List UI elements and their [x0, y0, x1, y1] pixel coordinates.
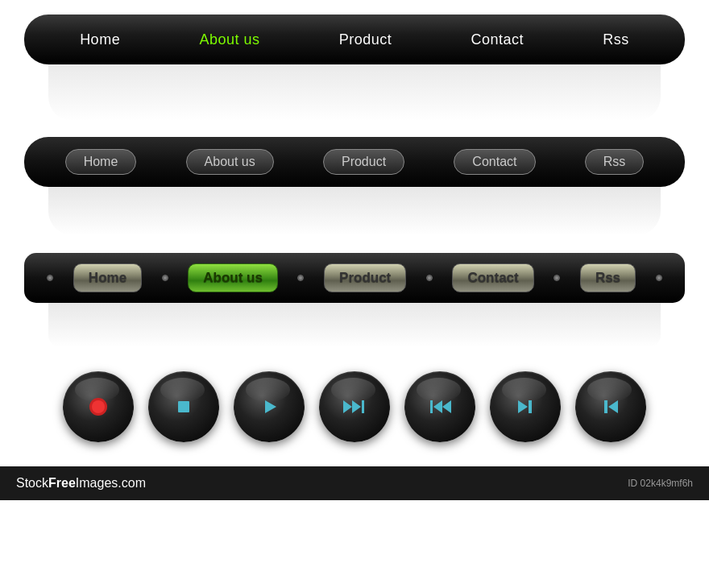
- nav3-section: Home About us Product Contact Rss: [0, 235, 709, 347]
- svg-rect-13: [604, 400, 607, 413]
- svg-point-1: [92, 400, 105, 413]
- navbar-2: Home About us Product Contact Rss: [24, 137, 685, 187]
- rewind-button[interactable]: [404, 371, 475, 442]
- svg-rect-11: [529, 400, 532, 413]
- nav3-sep-2: [297, 275, 304, 281]
- nav3-about[interactable]: About us: [188, 263, 278, 292]
- nav3-sep-4: [554, 275, 560, 281]
- svg-marker-5: [352, 400, 361, 413]
- fast-forward-button[interactable]: [319, 371, 390, 442]
- nav1-home[interactable]: Home: [64, 25, 136, 55]
- svg-marker-12: [608, 400, 618, 413]
- nav3-product[interactable]: Product: [324, 263, 406, 292]
- media-controls: [0, 347, 709, 458]
- svg-marker-10: [518, 400, 528, 413]
- nav2-section: Home About us Product Contact Rss: [0, 121, 709, 235]
- svg-marker-4: [343, 400, 352, 413]
- nav3-reflection: [48, 303, 661, 347]
- nav3-sep-3: [426, 275, 433, 281]
- nav2-home[interactable]: Home: [65, 149, 137, 175]
- stop-button[interactable]: [148, 371, 219, 442]
- svg-rect-2: [178, 401, 189, 412]
- play-button[interactable]: [234, 371, 305, 442]
- nav2-product[interactable]: Product: [323, 149, 404, 175]
- svg-rect-9: [430, 400, 433, 413]
- skip-next-button[interactable]: [490, 371, 561, 442]
- nav3-contact[interactable]: Contact: [452, 263, 533, 292]
- nav2-about[interactable]: About us: [186, 149, 274, 175]
- nav3-rss[interactable]: Rss: [580, 263, 636, 292]
- nav2-rss[interactable]: Rss: [585, 149, 645, 175]
- svg-marker-8: [433, 400, 442, 413]
- nav3-sep-5: [656, 275, 662, 281]
- nav1-rss[interactable]: Rss: [587, 25, 645, 55]
- footer: StockFreeImages.com ID 02k4k9mf6h: [0, 466, 709, 500]
- nav2-reflection: [48, 187, 661, 235]
- skip-prev-button[interactable]: [575, 371, 646, 442]
- svg-rect-6: [362, 400, 364, 413]
- svg-marker-7: [442, 400, 451, 413]
- page-container: Home About us Product Contact Rss Home A…: [0, 0, 709, 500]
- nav1-about[interactable]: About us: [183, 25, 276, 55]
- navbar-3: Home About us Product Contact Rss: [24, 253, 685, 303]
- nav3-home[interactable]: Home: [73, 263, 142, 292]
- nav3-sep-1: [162, 275, 168, 281]
- record-button[interactable]: [63, 371, 134, 442]
- navbar-1: Home About us Product Contact Rss: [24, 14, 685, 64]
- nav1-contact[interactable]: Contact: [455, 25, 541, 55]
- footer-id: ID 02k4k9mf6h: [628, 478, 693, 489]
- footer-brand: StockFreeImages.com: [16, 476, 146, 491]
- nav1-product[interactable]: Product: [323, 25, 408, 55]
- nav1-section: Home About us Product Contact Rss: [0, 0, 709, 121]
- nav1-reflection: [48, 64, 661, 121]
- svg-marker-3: [265, 400, 276, 413]
- nav3-sep-0: [47, 275, 53, 281]
- nav2-contact[interactable]: Contact: [454, 149, 535, 175]
